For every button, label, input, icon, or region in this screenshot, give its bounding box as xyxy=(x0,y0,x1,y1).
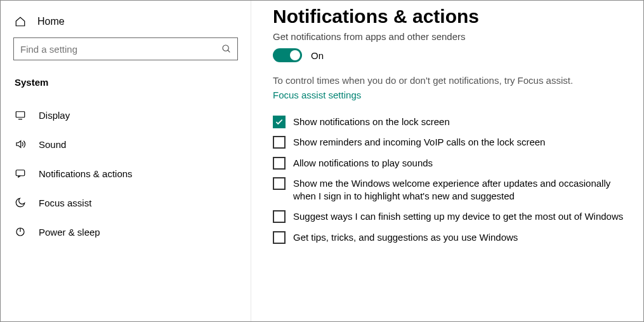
svg-rect-4 xyxy=(16,170,25,176)
checkbox-label: Get tips, tricks, and suggestions as you… xyxy=(293,231,518,244)
checkbox-label: Show notifications on the lock screen xyxy=(293,116,450,128)
checkbox-icon xyxy=(273,157,286,170)
checkbox-welcome-experience[interactable]: Show me the Windows welcome experience a… xyxy=(273,177,631,203)
nav-section-header: System xyxy=(1,72,251,100)
checkbox-label: Show reminders and incoming VoIP calls o… xyxy=(293,136,545,149)
checkbox-icon xyxy=(273,231,286,244)
notifications-icon xyxy=(15,168,26,179)
sidebar-item-display[interactable]: Display xyxy=(1,100,251,130)
focus-assist-hint: To control times when you do or don't ge… xyxy=(273,74,631,87)
checkbox-label: Suggest ways I can finish setting up my … xyxy=(293,210,623,223)
sidebar-item-label: Focus assist xyxy=(39,198,91,208)
checkbox-icon xyxy=(273,177,286,190)
sidebar-item-label: Notifications & actions xyxy=(39,168,133,179)
sidebar-item-label: Power & sleep xyxy=(39,227,100,238)
checkbox-icon xyxy=(273,136,286,149)
sidebar-item-notifications[interactable]: Notifications & actions xyxy=(1,159,251,188)
sidebar-item-label: Sound xyxy=(39,139,66,150)
checkbox-voip-lock-screen[interactable]: Show reminders and incoming VoIP calls o… xyxy=(273,136,631,149)
checkbox-label: Allow notifications to play sounds xyxy=(293,157,433,170)
checkbox-play-sounds[interactable]: Allow notifications to play sounds xyxy=(273,157,631,170)
sidebar-item-sound[interactable]: Sound xyxy=(1,130,251,159)
page-title: Notifications & actions xyxy=(273,6,631,27)
home-icon xyxy=(15,16,26,27)
focus-assist-settings-link[interactable]: Focus assist settings xyxy=(273,90,361,100)
sidebar-item-power-sleep[interactable]: Power & sleep xyxy=(1,217,251,246)
search-input[interactable] xyxy=(13,37,238,60)
checkbox-icon xyxy=(273,210,286,223)
checkbox-lock-screen-notifications[interactable]: Show notifications on the lock screen xyxy=(273,116,631,128)
sound-icon xyxy=(15,138,26,150)
home-nav[interactable]: Home xyxy=(1,12,251,37)
svg-rect-2 xyxy=(16,112,25,117)
notifications-subheading: Get notifications from apps and other se… xyxy=(273,31,631,42)
focus-assist-icon xyxy=(15,197,26,208)
checkbox-icon xyxy=(273,116,286,128)
power-icon xyxy=(15,226,26,238)
notifications-toggle[interactable] xyxy=(273,48,302,62)
checkbox-label: Show me the Windows welcome experience a… xyxy=(293,177,631,203)
display-icon xyxy=(15,109,26,121)
checkbox-tips-tricks[interactable]: Get tips, tricks, and suggestions as you… xyxy=(273,231,631,244)
main-panel: Notifications & actions Get notification… xyxy=(251,1,643,321)
sidebar: Home System Display Sound Notification xyxy=(1,1,251,321)
checkbox-setup-suggestions[interactable]: Suggest ways I can finish setting up my … xyxy=(273,210,631,223)
sidebar-item-focus-assist[interactable]: Focus assist xyxy=(1,188,251,217)
sidebar-item-label: Display xyxy=(39,110,70,121)
home-label: Home xyxy=(37,16,65,27)
toggle-state-label: On xyxy=(311,50,324,61)
